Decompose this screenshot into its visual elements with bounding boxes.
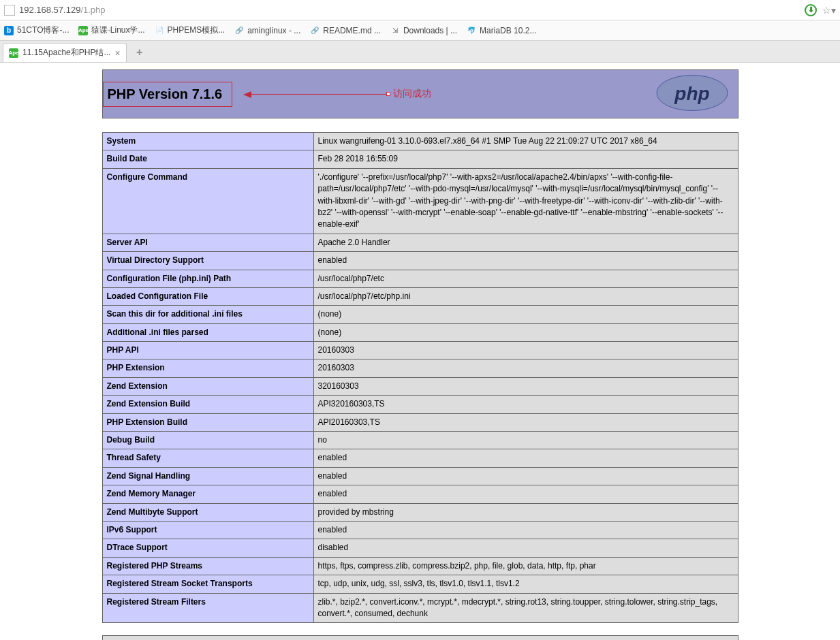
- table-row: Loaded Configuration File/usr/local/php7…: [102, 287, 738, 305]
- security-icon[interactable]: ⬇: [805, 4, 817, 16]
- table-row: Zend Signal Handlingenabled: [102, 467, 738, 485]
- page-content: PHP Version 7.1.6 访问成功 php SystemLinux w…: [0, 63, 840, 640]
- table-row: Build DateFeb 28 2018 16:55:09: [102, 150, 738, 168]
- table-key: System: [102, 133, 313, 150]
- phpinfo-header: PHP Version 7.1.6 访问成功 php: [102, 69, 738, 118]
- table-row: DTrace Supportdisabled: [102, 539, 738, 557]
- table-row: Registered PHP Streamshttps, ftps, compr…: [102, 557, 738, 575]
- page-icon: [4, 5, 15, 16]
- php-version-title: PHP Version 7.1.6: [108, 86, 223, 102]
- table-value: API320160303,TS: [313, 396, 738, 413]
- table-key: Build Date: [102, 150, 313, 168]
- table-row: IPv6 Supportenabled: [102, 521, 738, 539]
- phpinfo-table: SystemLinux wangruifeng-01 3.10.0-693.el…: [102, 132, 738, 623]
- address-host: 192.168.57.129: [19, 5, 80, 15]
- table-key: Zend Memory Manager: [102, 485, 313, 503]
- annotation-text: 访问成功: [393, 88, 431, 100]
- table-value: enabled: [313, 521, 738, 539]
- bookmark-item[interactable]: 🔗README.md ...: [310, 26, 381, 35]
- table-value: https, ftps, compress.zlib, compress.bzi…: [313, 557, 738, 575]
- table-value: no: [313, 432, 738, 449]
- table-key: PHP Extension: [102, 359, 313, 377]
- table-key: Zend Extension: [102, 377, 313, 395]
- table-value: /usr/local/php7/etc: [313, 270, 738, 287]
- table-key: Zend Signal Handling: [102, 467, 313, 485]
- bookmark-item[interactable]: 🔗aminglinux - ...: [234, 26, 300, 35]
- table-key: Zend Multibyte Support: [102, 503, 313, 521]
- table-row: PHP API20160303: [102, 342, 738, 359]
- table-key: Loaded Configuration File: [102, 287, 313, 305]
- table-value: (none): [313, 306, 738, 323]
- table-key: Thread Safety: [102, 449, 313, 467]
- table-key: Debug Build: [102, 432, 313, 449]
- tabs-row: Ape 11.15Apache和PHP结... × +: [0, 41, 840, 63]
- table-row: Configuration File (php.ini) Path/usr/lo…: [102, 270, 738, 287]
- table-value: Apache 2.0 Handler: [313, 234, 738, 251]
- table-key: Registered Stream Filters: [102, 593, 313, 623]
- table-value: tcp, udp, unix, udg, ssl, sslv3, tls, tl…: [313, 575, 738, 593]
- table-value: enabled: [313, 485, 738, 503]
- table-key: Virtual Directory Support: [102, 252, 313, 270]
- table-row: Virtual Directory Supportenabled: [102, 252, 738, 270]
- annotation-arrow: 访问成功: [251, 88, 431, 100]
- table-key: Zend Extension Build: [102, 396, 313, 413]
- bookmark-item[interactable]: 📄PHPEMS模拟...: [155, 25, 225, 36]
- table-key: Registered Stream Socket Transports: [102, 575, 313, 593]
- bookmark-star-icon[interactable]: ☆▾: [822, 5, 836, 16]
- tab-favicon-icon: Ape: [9, 48, 18, 58]
- table-row: SystemLinux wangruifeng-01 3.10.0-693.el…: [102, 133, 738, 150]
- address-bar: 192.168.57.129/1.php ⬇ ☆▾: [0, 0, 840, 20]
- new-tab-button[interactable]: +: [131, 45, 149, 60]
- table-value: provided by mbstring: [313, 503, 738, 521]
- table-row: Thread Safetyenabled: [102, 449, 738, 467]
- table-value: zlib.*, bzip2.*, convert.iconv.*, mcrypt…: [313, 593, 738, 623]
- table-value: './configure' '--prefix=/usr/local/php7'…: [313, 168, 738, 234]
- table-row: Scan this dir for additional .ini files(…: [102, 306, 738, 323]
- table-row: Zend Extension320160303: [102, 377, 738, 395]
- table-value: 20160303: [313, 359, 738, 377]
- bookmarks-bar: b51CTO博客-... Ape猿课·Linux学... 📄PHPEMS模拟..…: [0, 20, 840, 41]
- table-key: Configuration File (php.ini) Path: [102, 270, 313, 287]
- table-row: Additional .ini files parsed(none): [102, 323, 738, 341]
- bookmark-item[interactable]: Ape猿课·Linux学...: [78, 25, 144, 36]
- zend-engine-box: This program makes use of the Zend Scrip…: [102, 635, 738, 640]
- table-row: PHP Extension BuildAPI20160303,TS: [102, 413, 738, 431]
- table-row: Configure Command'./configure' '--prefix…: [102, 168, 738, 234]
- table-value: enabled: [313, 449, 738, 467]
- table-key: DTrace Support: [102, 539, 313, 557]
- table-key: Registered PHP Streams: [102, 557, 313, 575]
- bookmark-item[interactable]: ⇲Downloads | ...: [390, 26, 457, 35]
- table-value: Feb 28 2018 16:55:09: [313, 150, 738, 168]
- table-row: Zend Memory Managerenabled: [102, 485, 738, 503]
- table-key: IPv6 Support: [102, 521, 313, 539]
- tab-title: 11.15Apache和PHP结...: [22, 47, 110, 59]
- address-url[interactable]: 192.168.57.129/1.php: [19, 5, 805, 15]
- php-logo-icon: php: [655, 74, 730, 114]
- table-key: Configure Command: [102, 168, 313, 234]
- address-path: /1.php: [80, 5, 105, 15]
- table-row: Zend Multibyte Supportprovided by mbstri…: [102, 503, 738, 521]
- tab-active[interactable]: Ape 11.15Apache和PHP结... ×: [3, 43, 127, 62]
- table-row: PHP Extension20160303: [102, 359, 738, 377]
- bookmark-item[interactable]: 🐬MariaDB 10.2...: [467, 26, 536, 35]
- table-value: /usr/local/php7/etc/php.ini: [313, 287, 738, 305]
- table-value: enabled: [313, 467, 738, 485]
- bookmark-item[interactable]: b51CTO博客-...: [4, 25, 69, 36]
- table-row: Zend Extension BuildAPI320160303,TS: [102, 396, 738, 413]
- table-row: Server APIApache 2.0 Handler: [102, 234, 738, 251]
- table-value: Linux wangruifeng-01 3.10.0-693.el7.x86_…: [313, 133, 738, 150]
- table-value: 320160303: [313, 377, 738, 395]
- table-row: Debug Buildno: [102, 432, 738, 449]
- table-value: API20160303,TS: [313, 413, 738, 431]
- svg-text:php: php: [674, 83, 709, 104]
- table-value: 20160303: [313, 342, 738, 359]
- table-key: PHP API: [102, 342, 313, 359]
- tab-close-icon[interactable]: ×: [114, 48, 120, 58]
- table-value: enabled: [313, 252, 738, 270]
- table-row: Registered Stream Filterszlib.*, bzip2.*…: [102, 593, 738, 623]
- table-key: PHP Extension Build: [102, 413, 313, 431]
- table-row: Registered Stream Socket Transportstcp, …: [102, 575, 738, 593]
- table-key: Additional .ini files parsed: [102, 323, 313, 341]
- table-value: (none): [313, 323, 738, 341]
- table-value: disabled: [313, 539, 738, 557]
